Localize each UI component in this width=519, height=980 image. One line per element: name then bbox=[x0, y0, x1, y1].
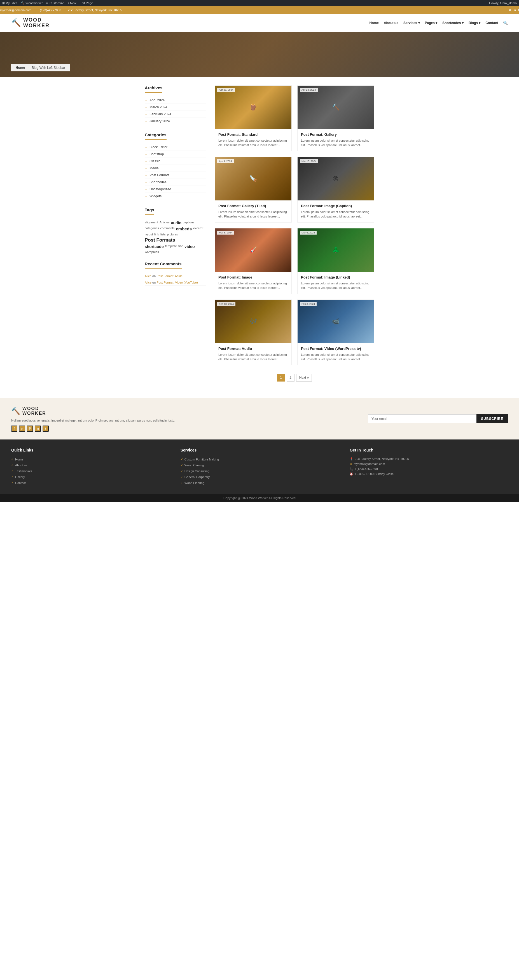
tag-articles[interactable]: Articles bbox=[159, 221, 170, 225]
tag-video[interactable]: video bbox=[185, 244, 195, 249]
tag-captions[interactable]: captions bbox=[183, 221, 194, 225]
post-title[interactable]: Post Format: Image (Caption) bbox=[301, 204, 371, 208]
tag-embeds[interactable]: embeds bbox=[176, 226, 192, 231]
post-image-wrap[interactable]: 🎶 Feb 18, 2024 bbox=[215, 300, 291, 343]
list-item[interactable]: ✓Gallery bbox=[11, 474, 169, 480]
post-image-wrap[interactable]: 📹 Feb 3, 2024 bbox=[298, 300, 374, 343]
list-item[interactable]: →Shortcodes bbox=[145, 179, 206, 186]
social-twitter-icon[interactable]: ✕ bbox=[509, 8, 511, 12]
page-1-button[interactable]: 1 bbox=[277, 374, 285, 382]
list-item[interactable]: ✓Custom Furniture Making bbox=[181, 456, 339, 462]
post-title[interactable]: Post Format: Image bbox=[218, 275, 288, 279]
tag-categories[interactable]: categories bbox=[145, 226, 159, 231]
list-item[interactable]: ✓Contact bbox=[11, 480, 169, 486]
tag-comments[interactable]: comments bbox=[161, 226, 175, 231]
list-item[interactable]: →April 2024 bbox=[145, 97, 206, 104]
nav-contact[interactable]: Contact bbox=[486, 21, 498, 25]
list-item[interactable]: →Bootstrap bbox=[145, 151, 206, 158]
list-item[interactable]: →January 2024 bbox=[145, 118, 206, 124]
post-title[interactable]: Post Format: Gallery (Tiled) bbox=[218, 204, 288, 208]
comment-item: Alice on Post Format: Aside bbox=[145, 273, 206, 279]
post-title[interactable]: Post Format: Video (WordPress.tv) bbox=[301, 347, 371, 351]
footer-get-in-touch: Get In Touch 📍 20c Factory Street, Newyo… bbox=[350, 448, 508, 486]
tag-pictures[interactable]: pictures bbox=[167, 232, 178, 236]
nav-home[interactable]: Home bbox=[369, 21, 379, 25]
social-facebook-button[interactable]: f bbox=[11, 425, 18, 432]
tag-template[interactable]: template bbox=[165, 244, 177, 249]
social-linkedin-icon[interactable]: in bbox=[513, 8, 516, 12]
nav-blogs[interactable]: Blogs ▾ bbox=[469, 21, 481, 25]
social-twitter-button[interactable]: t bbox=[43, 425, 49, 432]
social-pinterest-button[interactable]: P bbox=[27, 425, 33, 432]
post-excerpt: Lorem ipsum dolor sit amet consectetur a… bbox=[218, 352, 288, 362]
tag-audio[interactable]: audio bbox=[171, 221, 181, 225]
breadcrumb-home[interactable]: Home bbox=[16, 66, 25, 70]
nav-pages[interactable]: Pages ▾ bbox=[425, 21, 438, 25]
footer-logo-icon: 🔨 bbox=[11, 407, 20, 415]
admin-woodworker[interactable]: 🔨 Woodworker bbox=[21, 2, 43, 5]
tag-layout[interactable]: layout bbox=[145, 232, 153, 236]
tag-lists[interactable]: lists bbox=[161, 232, 166, 236]
next-page-button[interactable]: Next » bbox=[296, 374, 312, 382]
post-title[interactable]: Post Format: Gallery bbox=[301, 132, 371, 137]
post-image-wrap[interactable]: 🎸 Mar 8, 2024 bbox=[215, 228, 291, 272]
list-item[interactable]: ✓Home bbox=[11, 456, 169, 462]
social-instagram-button[interactable]: ◎ bbox=[19, 425, 25, 432]
post-image-wrap[interactable]: 🛠 Mar 15, 2024 bbox=[298, 157, 374, 200]
tag-excerpt[interactable]: excerpt bbox=[193, 226, 203, 231]
list-item[interactable]: ✓Design Consulting bbox=[181, 468, 339, 474]
admin-customize[interactable]: ✏ Customize bbox=[46, 2, 64, 5]
post-image: 🪚 bbox=[215, 157, 291, 200]
list-item[interactable]: →March 2024 bbox=[145, 104, 206, 111]
tag-wordpress[interactable]: wordpress bbox=[145, 250, 206, 254]
list-item[interactable]: →February 2024 bbox=[145, 111, 206, 118]
post-image-wrap[interactable]: 🔨 Apr 28, 2024 bbox=[298, 86, 374, 129]
post-title[interactable]: Post Format: Image (Linked) bbox=[301, 275, 371, 279]
post-date: Feb 18, 2024 bbox=[217, 302, 236, 306]
tag-title[interactable]: title bbox=[178, 244, 183, 249]
list-item[interactable]: ✓Wood Flooring bbox=[181, 480, 339, 486]
post-card: 🛠 Mar 15, 2024 Post Format: Image (Capti… bbox=[297, 157, 374, 223]
email-icon: ✉ bbox=[350, 463, 352, 466]
post-title[interactable]: Post Format: Standard bbox=[218, 132, 288, 137]
admin-edit-page[interactable]: Edit Page bbox=[80, 2, 93, 5]
list-item[interactable]: →Uncategorized bbox=[145, 186, 206, 193]
tag-post-formats[interactable]: Post Formats bbox=[145, 237, 206, 243]
list-item[interactable]: ✓General Carpentry bbox=[181, 474, 339, 480]
post-title[interactable]: Post Format: Audio bbox=[218, 347, 288, 351]
list-item[interactable]: →Media bbox=[145, 165, 206, 172]
list-item[interactable]: ✓Testimonials bbox=[11, 468, 169, 474]
search-button[interactable]: 🔍 bbox=[503, 21, 508, 25]
tag-link[interactable]: link bbox=[154, 232, 159, 236]
list-item[interactable]: →Post Formats bbox=[145, 172, 206, 179]
list-item[interactable]: →Widgets bbox=[145, 193, 206, 200]
list-item[interactable]: →Block Editor bbox=[145, 144, 206, 151]
post-image-wrap[interactable]: 🌲 Mar 6, 2024 bbox=[298, 228, 374, 272]
post-image: 🎶 bbox=[215, 300, 291, 343]
post-excerpt: Lorem ipsum dolor sit amet consectetur a… bbox=[301, 210, 371, 219]
nav-services[interactable]: Services ▾ bbox=[403, 21, 420, 25]
social-linkedin-button[interactable]: in bbox=[35, 425, 41, 432]
list-item[interactable]: ✓About us bbox=[11, 462, 169, 468]
admin-new[interactable]: + New bbox=[67, 2, 76, 5]
footer-bottom: Copyright @ 2024 Wood Worker All Rights … bbox=[0, 494, 519, 502]
admin-my-sites[interactable]: ⊞ My Sites bbox=[2, 2, 18, 5]
footer-logo-line1: WOOD bbox=[22, 406, 46, 411]
comment-item: Alice on Post Format: Video (YouTube) bbox=[145, 279, 206, 286]
get-in-touch-title: Get In Touch bbox=[350, 448, 508, 452]
post-image-wrap[interactable]: 🪵 Apr 26, 2024 bbox=[215, 86, 291, 129]
nav-shortcodes[interactable]: Shortcodes ▾ bbox=[442, 21, 463, 25]
site-logo[interactable]: 🔨 WOOD WORKER bbox=[11, 18, 49, 29]
post-image-wrap[interactable]: 🪚 Apr 9, 2024 bbox=[215, 157, 291, 200]
services-title: Services bbox=[181, 448, 339, 452]
address-text: 20c Factory Street, Newyork, NY 10205 bbox=[355, 457, 409, 460]
email-input[interactable] bbox=[368, 414, 476, 423]
page-2-button[interactable]: 2 bbox=[287, 374, 295, 382]
list-item[interactable]: →Classic bbox=[145, 158, 206, 165]
tag-shortcode[interactable]: shortcode bbox=[145, 244, 164, 249]
nav-about[interactable]: About us bbox=[384, 21, 398, 25]
subscribe-button[interactable]: SUBSCRIBE bbox=[476, 414, 508, 423]
list-item[interactable]: ✓Wood Carving bbox=[181, 462, 339, 468]
sidebar-categories: Categories →Block Editor →Bootstrap →Cla… bbox=[145, 132, 206, 200]
tag-alignment[interactable]: alignment bbox=[145, 221, 158, 225]
